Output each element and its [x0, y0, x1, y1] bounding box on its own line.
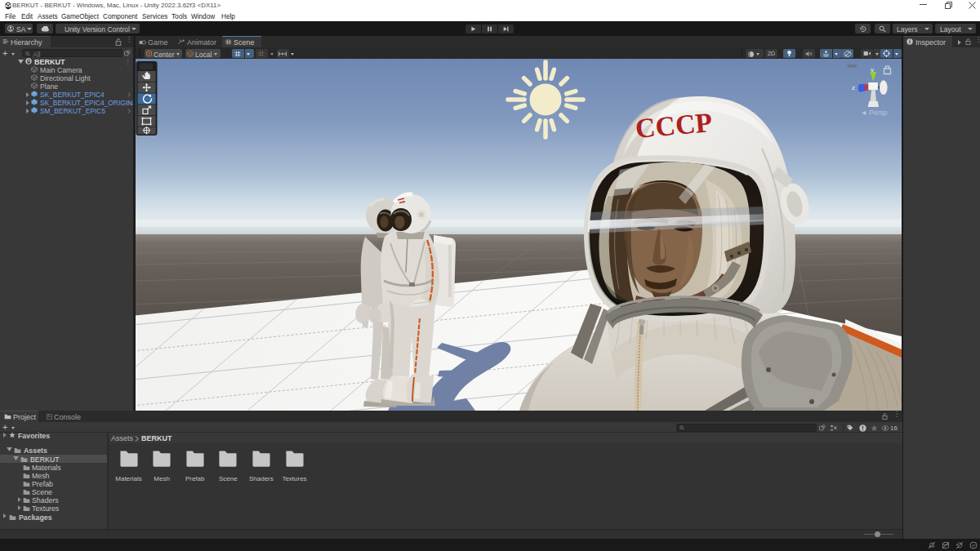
svg-text:z: z: [852, 84, 855, 91]
svg-text:◄ Persp: ◄ Persp: [861, 109, 888, 117]
